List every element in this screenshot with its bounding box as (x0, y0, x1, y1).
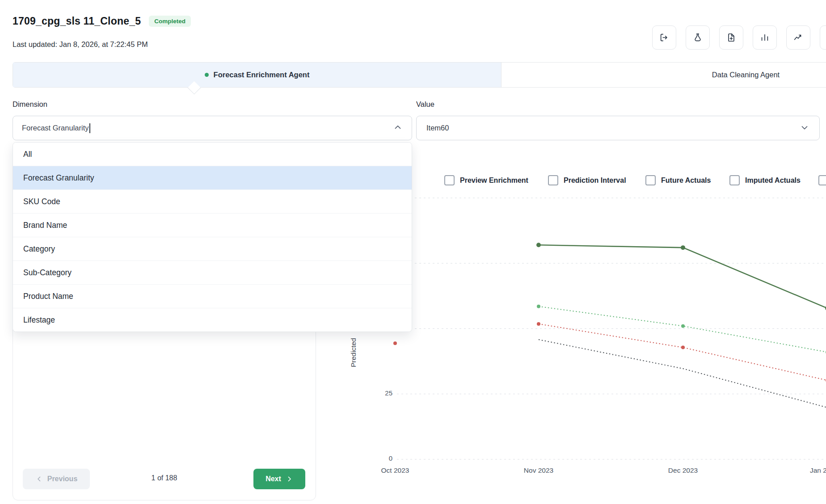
toggle-clipped[interactable] (818, 175, 826, 185)
page-title: 1709_cpg_sls 11_Clone_5 (13, 15, 141, 27)
experiment-button[interactable] (686, 25, 710, 50)
option-forecast-granularity[interactable]: Forecast Granularity (13, 166, 412, 189)
flask-icon (693, 33, 703, 42)
checkbox-icon[interactable] (645, 175, 656, 185)
dimension-combobox[interactable]: Forecast Granularity (13, 116, 412, 140)
option-product-name[interactable]: Product Name (13, 284, 412, 308)
status-badge: Completed (149, 16, 191, 27)
bar-chart-button[interactable] (753, 25, 777, 50)
toolbar (652, 25, 826, 50)
x-tick-dec: Dec 2023 (658, 466, 708, 475)
header: 1709_cpg_sls 11_Clone_5 Completed (13, 15, 191, 27)
chevron-down-icon (800, 122, 809, 134)
chevron-up-icon (393, 122, 403, 134)
chevron-right-icon (285, 475, 293, 483)
last-updated: Last updated: Jan 8, 2026, at 7:22:45 PM (13, 40, 148, 49)
value-select[interactable]: Item60 (416, 116, 820, 140)
text-cursor (89, 123, 90, 133)
toggle-prediction-interval[interactable]: Prediction Interval (548, 175, 626, 185)
app-window: 0 25 50 75 100 Oct 2023 Nov 2023 Dec 202… (0, 0, 826, 504)
trend-chart-icon (793, 33, 803, 42)
x-tick-nov: Nov 2023 (514, 466, 563, 475)
next-button[interactable]: Next (253, 469, 305, 489)
tab-label: Data Cleaning Agent (712, 71, 780, 79)
toggle-imputed-actuals[interactable]: Imputed Actuals (729, 175, 801, 185)
checkbox-icon[interactable] (818, 175, 826, 185)
x-tick-jan: Jan 2024 (810, 466, 826, 475)
option-brand-name[interactable]: Brand Name (13, 213, 412, 237)
tab-forecast-enrichment-agent[interactable]: Forecast Enrichment Agent (13, 63, 502, 87)
tab-label: Forecast Enrichment Agent (214, 71, 310, 79)
option-category[interactable]: Category (13, 237, 412, 260)
agent-tabs: Forecast Enrichment Agent Data Cleaning … (13, 62, 826, 88)
option-sub-category[interactable]: Sub-Category (13, 260, 412, 284)
toggle-preview-enrichment[interactable]: Preview Enrichment (444, 175, 528, 185)
option-lifestage[interactable]: Lifestage (13, 308, 412, 332)
option-sku-code[interactable]: SKU Code (13, 189, 412, 213)
checkbox-icon[interactable] (444, 175, 455, 185)
value-label: Value (416, 100, 434, 109)
export-icon (659, 33, 669, 42)
bar-chart-icon (760, 33, 770, 42)
tab-data-cleaning-agent[interactable]: Data Cleaning Agent (502, 63, 826, 87)
checkbox-icon[interactable] (729, 175, 740, 185)
y-tick-0: 0 (362, 454, 392, 462)
value-select-value: Item60 (426, 124, 449, 132)
option-all[interactable]: All (13, 143, 412, 166)
dimension-dropdown: All Forecast Granularity SKU Code Brand … (13, 142, 412, 332)
trend-chart-button[interactable] (786, 25, 810, 50)
dimension-input-value: Forecast Granularity (22, 124, 88, 132)
dimension-label: Dimension (13, 100, 47, 109)
add-file-button[interactable] (719, 25, 743, 50)
file-plus-icon (726, 33, 736, 42)
checkbox-icon[interactable] (548, 175, 558, 185)
clipped-toolbar-button[interactable] (820, 25, 826, 50)
x-tick-oct: Oct 2023 (371, 466, 420, 475)
y-tick-25: 25 (362, 389, 392, 397)
export-button[interactable] (652, 25, 676, 50)
active-status-dot-icon (205, 73, 209, 77)
toggle-future-actuals[interactable]: Future Actuals (645, 175, 711, 185)
